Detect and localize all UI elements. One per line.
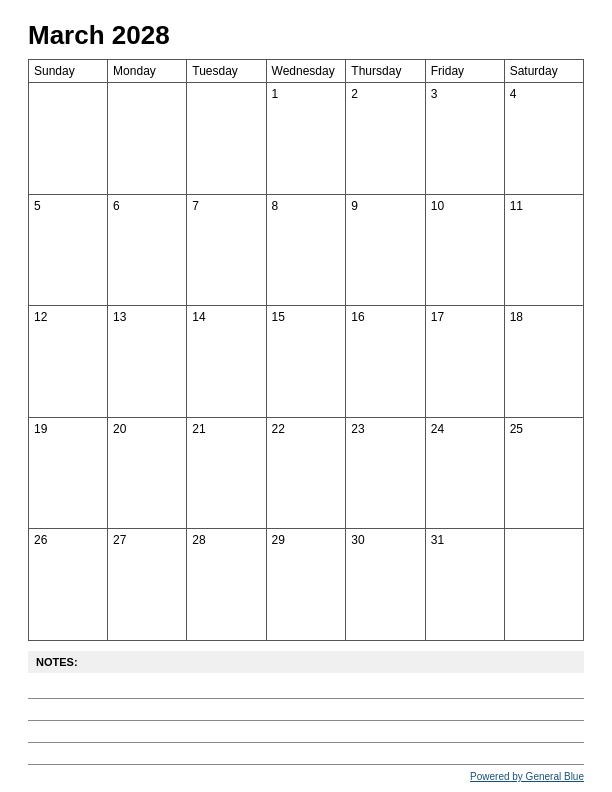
notes-line-1 — [28, 677, 584, 699]
calendar-header-row: SundayMondayTuesdayWednesdayThursdayFrid… — [29, 60, 584, 83]
calendar-cell: 24 — [425, 417, 504, 529]
calendar-cell: 27 — [108, 529, 187, 641]
calendar-cell: 2 — [346, 83, 425, 195]
calendar-cell: 15 — [266, 306, 346, 418]
calendar-cell: 29 — [266, 529, 346, 641]
calendar-title: March 2028 — [28, 20, 584, 51]
calendar-cell: 3 — [425, 83, 504, 195]
calendar-cell: 21 — [187, 417, 266, 529]
calendar-cell — [29, 83, 108, 195]
calendar-cell: 7 — [187, 194, 266, 306]
notes-line-3 — [28, 721, 584, 743]
footer: Powered by General Blue — [28, 771, 584, 782]
day-header-sunday: Sunday — [29, 60, 108, 83]
calendar-cell: 12 — [29, 306, 108, 418]
day-header-friday: Friday — [425, 60, 504, 83]
calendar-cell: 31 — [425, 529, 504, 641]
calendar-cell — [187, 83, 266, 195]
calendar-cell: 28 — [187, 529, 266, 641]
calendar-week-row: 19202122232425 — [29, 417, 584, 529]
day-header-monday: Monday — [108, 60, 187, 83]
calendar-week-row: 567891011 — [29, 194, 584, 306]
calendar-week-row: 12131415161718 — [29, 306, 584, 418]
calendar-cell — [504, 529, 583, 641]
calendar-cell: 25 — [504, 417, 583, 529]
notes-lines — [28, 677, 584, 765]
calendar-cell: 9 — [346, 194, 425, 306]
calendar-cell: 11 — [504, 194, 583, 306]
calendar-cell: 22 — [266, 417, 346, 529]
day-header-tuesday: Tuesday — [187, 60, 266, 83]
notes-section: NOTES: — [28, 651, 584, 765]
page: March 2028 SundayMondayTuesdayWednesdayT… — [0, 0, 612, 792]
calendar-table: SundayMondayTuesdayWednesdayThursdayFrid… — [28, 59, 584, 641]
notes-line-2 — [28, 699, 584, 721]
notes-line-4 — [28, 743, 584, 765]
calendar-cell: 8 — [266, 194, 346, 306]
notes-label: NOTES: — [28, 651, 584, 673]
calendar-week-row: 1234 — [29, 83, 584, 195]
calendar-cell: 6 — [108, 194, 187, 306]
calendar-cell — [108, 83, 187, 195]
calendar-week-row: 262728293031 — [29, 529, 584, 641]
day-header-saturday: Saturday — [504, 60, 583, 83]
calendar-cell: 19 — [29, 417, 108, 529]
calendar-cell: 13 — [108, 306, 187, 418]
day-header-thursday: Thursday — [346, 60, 425, 83]
calendar-cell: 17 — [425, 306, 504, 418]
calendar-cell: 23 — [346, 417, 425, 529]
powered-by-link[interactable]: Powered by General Blue — [470, 771, 584, 782]
calendar-cell: 10 — [425, 194, 504, 306]
calendar-cell: 14 — [187, 306, 266, 418]
day-header-wednesday: Wednesday — [266, 60, 346, 83]
calendar-cell: 26 — [29, 529, 108, 641]
calendar-cell: 1 — [266, 83, 346, 195]
calendar-cell: 18 — [504, 306, 583, 418]
calendar-cell: 5 — [29, 194, 108, 306]
calendar-cell: 20 — [108, 417, 187, 529]
calendar-cell: 16 — [346, 306, 425, 418]
calendar-cell: 30 — [346, 529, 425, 641]
calendar-cell: 4 — [504, 83, 583, 195]
